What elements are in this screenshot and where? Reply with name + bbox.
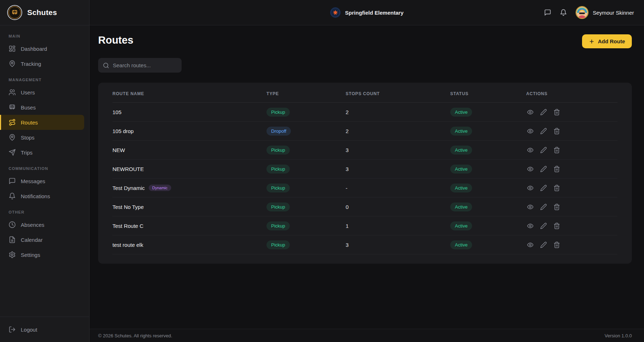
search-input[interactable]	[113, 62, 177, 68]
chat-button[interactable]	[544, 9, 551, 16]
table-header-row: ROUTE NAME TYPE STOPS COUNT STATUS ACTIO…	[112, 85, 617, 103]
sidebar-item-stops[interactable]: Stops	[0, 130, 89, 145]
logout-button[interactable]: Logout	[0, 322, 89, 337]
delete-button[interactable]	[553, 203, 561, 211]
sidebar-item-label: Messages	[21, 178, 45, 184]
edit-button[interactable]	[539, 222, 548, 230]
sidebar-item-users[interactable]: Users	[0, 85, 89, 100]
trash-icon	[553, 128, 560, 135]
map-pin-icon	[9, 134, 16, 141]
type-badge: Pickup	[266, 184, 290, 192]
view-button[interactable]	[526, 127, 534, 135]
type-badge: Pickup	[266, 108, 290, 117]
bus-icon	[11, 9, 18, 16]
bell-icon	[9, 192, 16, 200]
edit-button[interactable]	[539, 184, 548, 192]
stops-count: -	[346, 185, 450, 191]
sidebar-item-label: Users	[21, 89, 35, 96]
delete-button[interactable]	[553, 241, 561, 249]
trash-icon	[553, 147, 560, 153]
table-row: NEW Pickup 3 Active	[112, 141, 617, 160]
edit-button[interactable]	[539, 127, 548, 135]
view-button[interactable]	[526, 108, 534, 116]
app-logo	[7, 5, 22, 20]
delete-button[interactable]	[553, 184, 561, 192]
sidebar-item-tracking[interactable]: Tracking	[0, 56, 89, 71]
stops-count: 3	[346, 242, 450, 248]
edit-button[interactable]	[539, 146, 548, 154]
notifications-button[interactable]	[560, 9, 567, 16]
clock-icon	[9, 221, 16, 228]
edit-button[interactable]	[539, 203, 548, 211]
type-badge: Dropoff	[266, 127, 291, 136]
sidebar-item-messages[interactable]: Messages	[0, 174, 89, 189]
nav-section-main: MAIN	[0, 28, 89, 41]
trash-icon	[553, 166, 560, 172]
stops-count: 2	[346, 109, 450, 115]
view-button[interactable]	[526, 203, 534, 211]
eye-icon	[527, 109, 534, 116]
add-route-label: Add Route	[598, 38, 625, 44]
map-pin-icon	[9, 60, 16, 67]
school-chip: Springfield Elementary	[330, 7, 403, 18]
sidebar-item-label: Routes	[21, 119, 38, 126]
school-name: Springfield Elementary	[345, 10, 403, 16]
status-badge: Active	[450, 127, 472, 136]
type-badge: Pickup	[266, 146, 290, 155]
table-row: NEWROUTE Pickup 3 Active	[112, 160, 617, 179]
sidebar-item-absences[interactable]: Absences	[0, 217, 89, 232]
column-header: STOPS COUNT	[346, 91, 450, 96]
delete-button[interactable]	[553, 222, 561, 230]
eye-icon	[527, 166, 534, 172]
sidebar-item-routes[interactable]: Routes	[0, 115, 84, 130]
logout-label: Logout	[21, 327, 37, 333]
sidebar-item-calendar[interactable]: Calendar	[0, 232, 89, 247]
sidebar-item-trips[interactable]: Trips	[0, 145, 89, 160]
pencil-icon	[540, 166, 547, 172]
sidebar-item-settings[interactable]: Settings	[0, 247, 89, 262]
sidebar-item-label: Stops	[21, 135, 34, 141]
delete-button[interactable]	[553, 127, 561, 135]
view-button[interactable]	[526, 146, 534, 154]
page-footer: © 2026 Schutes. All rights reserved. Ver…	[90, 329, 644, 342]
trash-icon	[553, 241, 560, 248]
view-button[interactable]	[526, 241, 534, 249]
type-badge: Pickup	[266, 240, 290, 249]
search-icon	[103, 62, 109, 69]
delete-button[interactable]	[553, 146, 561, 154]
dashboard-icon	[9, 45, 16, 52]
stops-count: 3	[346, 166, 450, 172]
eye-icon	[527, 223, 534, 229]
dynamic-tag: Dynamic	[149, 185, 171, 191]
avatar	[576, 6, 588, 19]
route-name: Test Route C	[112, 223, 144, 229]
view-button[interactable]	[526, 184, 534, 192]
sidebar-item-label: Calendar	[21, 237, 43, 243]
route-name: NEWROUTE	[112, 166, 144, 172]
page-content: Routes Add Route ROUTE NAME TYPE STOPS C…	[90, 25, 644, 329]
sidebar-item-label: Absences	[21, 222, 44, 228]
sidebar-item-dashboard[interactable]: Dashboard	[0, 41, 89, 56]
pencil-icon	[540, 147, 547, 153]
sidebar-item-label: Dashboard	[21, 46, 47, 52]
user-menu[interactable]: Seymour Skinner	[576, 6, 634, 19]
delete-button[interactable]	[553, 108, 561, 116]
status-badge: Active	[450, 221, 472, 230]
view-button[interactable]	[526, 165, 534, 173]
table-row: 105 Pickup 2 Active	[112, 103, 617, 122]
edit-button[interactable]	[539, 108, 548, 116]
sidebar-item-label: Buses	[21, 104, 36, 111]
sidebar-item-notifications[interactable]: Notifications	[0, 189, 89, 204]
pencil-icon	[540, 204, 547, 210]
delete-button[interactable]	[553, 165, 561, 173]
edit-button[interactable]	[539, 165, 548, 173]
edit-button[interactable]	[539, 241, 548, 249]
chat-icon	[544, 9, 551, 16]
eye-icon	[527, 241, 534, 248]
type-badge: Pickup	[266, 202, 290, 211]
view-button[interactable]	[526, 222, 534, 230]
status-badge: Active	[450, 165, 472, 174]
add-route-button[interactable]: Add Route	[582, 34, 632, 48]
sidebar-item-buses[interactable]: Buses	[0, 100, 89, 115]
route-icon	[9, 119, 16, 126]
